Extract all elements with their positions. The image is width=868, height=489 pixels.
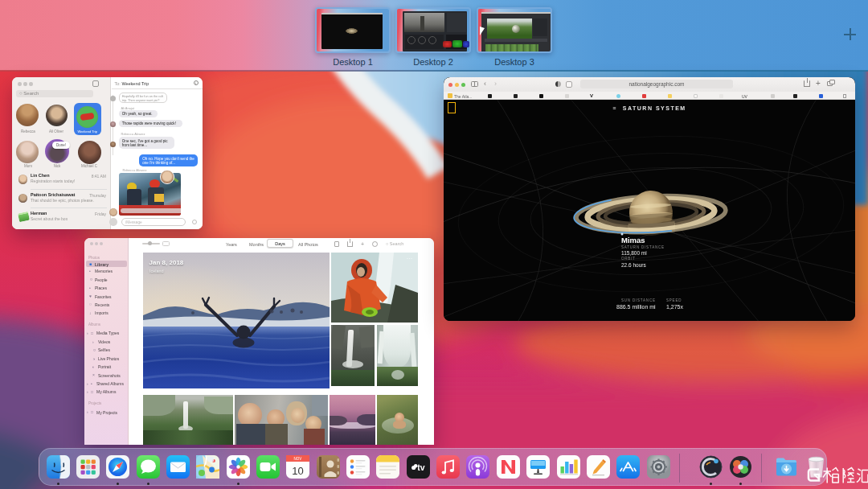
svg-text:10: 10 (293, 465, 304, 477)
svg-text:tv: tv (417, 462, 424, 472)
svg-text:NOV: NOV (294, 457, 302, 461)
